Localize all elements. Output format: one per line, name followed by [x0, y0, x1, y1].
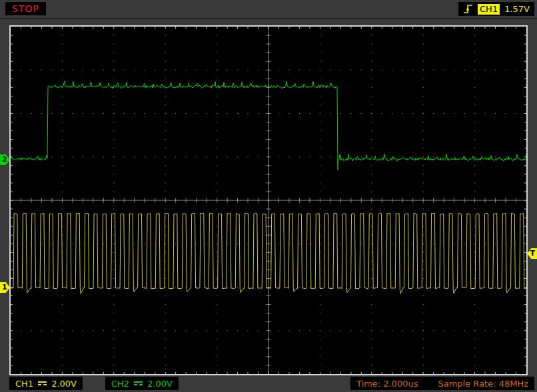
waveform-display-area	[9, 25, 528, 375]
trigger-level-value: 1.57V	[504, 4, 530, 14]
trigger-marker-label: T	[530, 249, 535, 258]
trigger-level-marker[interactable]: T	[527, 248, 537, 259]
ch1-marker-label: 1	[2, 283, 7, 292]
ch2-marker-label: 2	[2, 155, 7, 164]
ch1-dc-coupling-icon	[38, 381, 47, 385]
acquisition-status-text: STOP	[12, 3, 39, 14]
trigger-source-chip: CH1	[478, 4, 500, 15]
ch2-label: CH2	[111, 379, 129, 389]
sample-rate-value: Sample Rate: 48MHz	[438, 379, 528, 389]
ch1-position-marker[interactable]: 1	[0, 282, 10, 293]
trigger-info-badge[interactable]: CH1 1.57V	[458, 2, 534, 16]
ch2-scale-value: 2.00V	[147, 379, 173, 389]
oscilloscope-screen: { "top_bar": { "status": "STOP", "trigge…	[0, 0, 537, 392]
ch2-scale-badge[interactable]: CH2 2.00V	[105, 377, 179, 390]
ch2-position-marker[interactable]: 2	[0, 154, 10, 165]
timebase-value: Time: 2.000us	[356, 379, 418, 389]
scope-graticule-and-traces	[11, 27, 526, 374]
ch1-scale-value: 2.00V	[51, 379, 77, 389]
ch2-dc-coupling-icon	[134, 381, 143, 385]
acquisition-status-badge[interactable]: STOP	[5, 2, 46, 15]
top-status-bar: STOP CH1 1.57V	[0, 0, 537, 19]
ch1-label: CH1	[15, 379, 33, 389]
ch1-scale-badge[interactable]: CH1 2.00V	[9, 377, 83, 390]
timebase-info-badge[interactable]: Time: 2.000us Sample Rate: 48MHz	[350, 377, 534, 390]
rising-edge-trigger-icon	[463, 3, 473, 15]
